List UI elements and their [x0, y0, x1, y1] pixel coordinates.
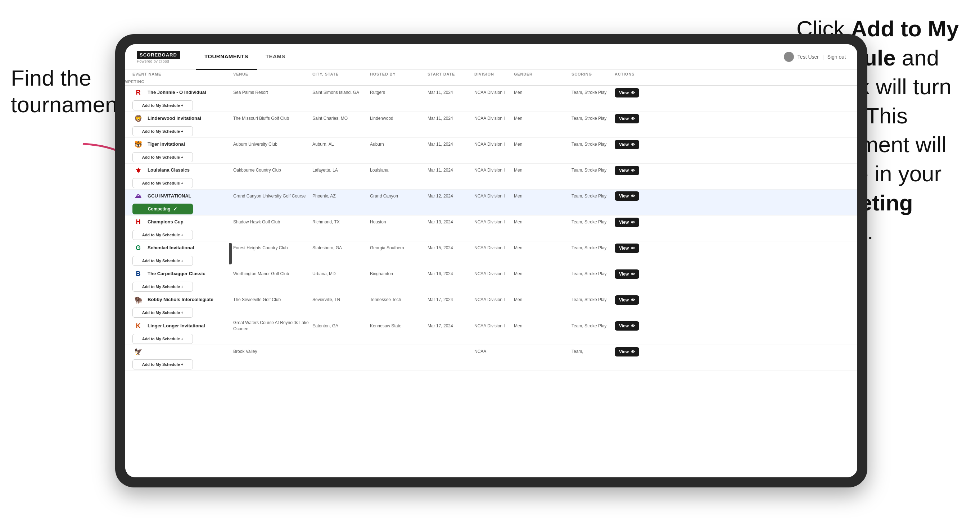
city-cell: Statesboro, GA	[312, 245, 370, 251]
sign-out-link[interactable]: Sign out	[827, 54, 846, 60]
view-button[interactable]: View 👁	[615, 166, 639, 175]
eye-icon: 👁	[631, 143, 635, 147]
view-button[interactable]: View 👁	[615, 243, 639, 253]
competing-cell: Add to My Schedule +	[132, 152, 233, 162]
division-cell: NCAA Division I	[474, 116, 514, 122]
competing-cell: Add to My Schedule +	[132, 230, 233, 240]
event-name-cell: 🦬 Bobby Nichols Intercollegiate	[132, 294, 233, 306]
city-cell: Saint Charles, MO	[312, 116, 370, 122]
add-to-schedule-button[interactable]: Add to My Schedule +	[132, 308, 193, 317]
col-competing: COMPETING	[125, 79, 233, 84]
table-header: EVENT NAME VENUE CITY, STATE HOSTED BY S…	[125, 70, 857, 86]
view-button[interactable]: View 👁	[615, 191, 639, 201]
division-cell: NCAA Division I	[474, 245, 514, 251]
event-name-cell: H Champions Cup	[132, 217, 233, 228]
actions-cell: View 👁	[615, 140, 679, 149]
table-row: 🦅 Brook Valley NCAA Team, View 👁 Add to …	[125, 345, 857, 371]
start-date-cell: Mar 17, 2024	[428, 297, 474, 303]
view-button[interactable]: View 👁	[615, 140, 639, 149]
view-label: View	[619, 90, 629, 95]
division-cell: NCAA Division I	[474, 271, 514, 277]
start-date-cell: Mar 17, 2024	[428, 323, 474, 329]
add-to-schedule-button[interactable]: Add to My Schedule +	[132, 100, 193, 110]
add-to-schedule-button[interactable]: Add to My Schedule +	[132, 334, 193, 344]
division-cell: NCAA Division I	[474, 167, 514, 173]
table-row: G Schenkel Invitational Forest Heights C…	[125, 241, 857, 267]
view-button[interactable]: View 👁	[615, 321, 639, 330]
gender-cell: Men	[514, 245, 571, 251]
event-name: Linger Longer Invitational	[148, 323, 205, 329]
team-logo: ⚜	[132, 165, 144, 176]
event-name: Louisiana Classics	[148, 167, 190, 173]
event-name-cell: 🦁 Lindenwood Invitational	[132, 113, 233, 124]
view-label: View	[619, 194, 629, 198]
eye-icon: 👁	[631, 117, 635, 121]
team-logo: B	[132, 268, 144, 280]
eye-icon: 👁	[631, 90, 635, 95]
division-cell: NCAA Division I	[474, 323, 514, 329]
gender-cell: Men	[514, 141, 571, 148]
view-label: View	[619, 142, 629, 147]
actions-cell: View 👁	[615, 217, 679, 227]
competing-cell: Add to My Schedule +	[132, 334, 233, 344]
scoring-cell: Team,	[571, 349, 615, 355]
division-cell: NCAA	[474, 349, 514, 355]
add-to-schedule-button[interactable]: Add to My Schedule +	[132, 359, 193, 370]
scoring-cell: Team, Stroke Play	[571, 90, 615, 96]
view-button[interactable]: View 👁	[615, 295, 639, 305]
team-logo: K	[132, 320, 144, 332]
top-bar: SCOREBOARD Powered by clippd TOURNAMENTS…	[125, 44, 857, 70]
city-cell: Lafayette, LA	[312, 167, 370, 173]
add-to-schedule-button[interactable]: Add to My Schedule +	[132, 178, 193, 188]
add-to-schedule-button[interactable]: Add to My Schedule +	[132, 230, 193, 240]
tablet-screen: SCOREBOARD Powered by clippd TOURNAMENTS…	[125, 44, 857, 477]
division-cell: NCAA Division I	[474, 90, 514, 96]
start-date-cell: Mar 13, 2024	[428, 219, 474, 225]
actions-cell: View 👁	[615, 114, 679, 124]
user-area: Test User | Sign out	[784, 52, 846, 62]
venue-cell: Oakbourne Country Club	[233, 167, 312, 173]
add-to-schedule-button[interactable]: Add to My Schedule +	[132, 256, 193, 266]
table-row: R The Johnnie - O Individual Sea Palms R…	[125, 86, 857, 112]
team-logo: G	[132, 243, 144, 254]
tablet-notch	[229, 243, 232, 264]
add-to-schedule-button[interactable]: Add to My Schedule +	[132, 126, 193, 137]
view-button[interactable]: View 👁	[615, 114, 639, 124]
scoring-cell: Team, Stroke Play	[571, 167, 615, 173]
event-name: Champions Cup	[148, 219, 183, 225]
view-label: View	[619, 271, 629, 277]
view-button[interactable]: View 👁	[615, 217, 639, 227]
add-to-schedule-button[interactable]: Add to My Schedule +	[132, 152, 193, 162]
hosted-by-cell: Grand Canyon	[370, 193, 428, 199]
venue-cell: Great Waters Course At Reynolds Lake Oco…	[233, 320, 312, 332]
eye-icon: 👁	[631, 194, 635, 198]
hosted-by-cell: Louisiana	[370, 167, 428, 173]
event-name-cell: G Schenkel Invitational	[132, 243, 233, 254]
nav-tabs: TOURNAMENTS TEAMS	[196, 44, 784, 70]
actions-cell: View 👁	[615, 191, 679, 201]
competing-button[interactable]: Competing ✓	[132, 203, 193, 214]
table-row: ⚜ Louisiana Classics Oakbourne Country C…	[125, 163, 857, 190]
table-body: R The Johnnie - O Individual Sea Palms R…	[125, 86, 857, 477]
col-division: DIVISION	[474, 72, 514, 76]
nav-tab-tournaments[interactable]: TOURNAMENTS	[196, 44, 257, 70]
division-cell: NCAA Division I	[474, 193, 514, 199]
team-logo: R	[132, 87, 144, 98]
city-cell: Auburn, AL	[312, 141, 370, 148]
scoring-cell: Team, Stroke Play	[571, 193, 615, 199]
city-cell: Saint Simons Island, GA	[312, 90, 370, 96]
add-to-schedule-button[interactable]: Add to My Schedule +	[132, 282, 193, 292]
actions-cell: View 👁	[615, 243, 679, 253]
view-button[interactable]: View 👁	[615, 88, 639, 97]
view-button[interactable]: View 👁	[615, 347, 639, 357]
view-button[interactable]: View 👁	[615, 270, 639, 279]
venue-cell: Brook Valley	[233, 349, 312, 355]
user-name: Test User	[797, 54, 819, 60]
nav-tab-teams[interactable]: TEAMS	[257, 44, 294, 70]
event-name: Bobby Nichols Intercollegiate	[148, 297, 213, 303]
start-date-cell: Mar 12, 2024	[428, 193, 474, 199]
table-row: 🐯 Tiger Invitational Auburn University C…	[125, 138, 857, 163]
scoring-cell: Team, Stroke Play	[571, 245, 615, 251]
scoring-cell: Team, Stroke Play	[571, 116, 615, 122]
col-actions: ACTIONS	[615, 72, 679, 76]
